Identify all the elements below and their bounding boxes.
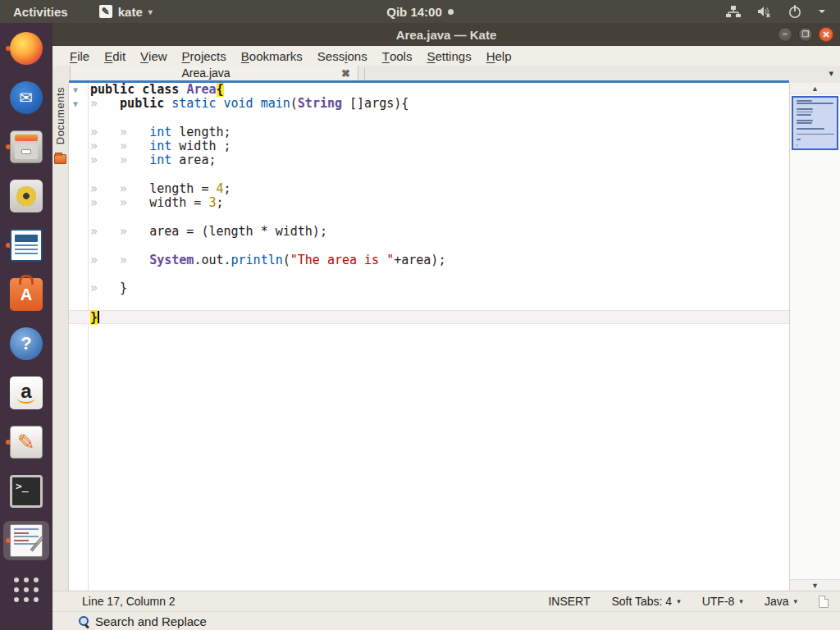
window-title: Area.java — Kate (396, 28, 497, 42)
documents-toolview-button[interactable]: Documents (54, 85, 66, 146)
chevron-down-icon: ▾ (739, 597, 743, 605)
minimap-line (797, 112, 813, 113)
close-button[interactable]: ✕ (819, 27, 833, 42)
code-token: ; (224, 181, 231, 196)
code-line: »»area = (length * width); (69, 225, 789, 239)
dock-item-show-applications[interactable] (3, 570, 49, 609)
search-replace-button[interactable]: Search and Replace (95, 614, 207, 628)
scroll-up-button[interactable]: ▲ (790, 83, 840, 94)
minimap-view-indicator[interactable] (792, 96, 838, 150)
ubuntu-dock: ✉A?a✎>_ (0, 23, 52, 630)
firefox-icon (10, 32, 43, 65)
code-line (69, 112, 789, 126)
code-token: []args){ (342, 96, 409, 111)
tab-area-java[interactable]: Area.java ✖ (70, 66, 358, 80)
menu-sessions[interactable]: Sessions (310, 46, 375, 66)
power-icon (788, 4, 802, 19)
dock-item-thunderbird[interactable]: ✉ (3, 78, 49, 117)
code-token: println (231, 253, 283, 267)
chevron-down-icon: ▾ (793, 597, 797, 605)
tab-marker: » (90, 153, 120, 167)
tab-marker: » (90, 225, 120, 239)
tab-close-icon[interactable]: ✖ (341, 67, 358, 80)
status-bar: Line 17, Column 2 INSERT Soft Tabs: 4 ▾ … (52, 591, 840, 611)
notification-dot-icon (448, 9, 454, 15)
minimap-line (797, 122, 812, 124)
thunderbird-icon: ✉ (10, 81, 43, 114)
code-token: } (90, 310, 98, 325)
code-line (69, 239, 789, 253)
icon-border (69, 139, 88, 153)
window-titlebar[interactable]: Area.java — Kate − ❐ ✕ (52, 23, 840, 46)
code-token (164, 96, 171, 111)
scroll-down-button[interactable]: ▼ (790, 579, 840, 591)
tab-label: Area.java (71, 66, 341, 80)
fold-marker-icon[interactable]: ▼ (69, 83, 88, 97)
dock-item-terminal[interactable]: >_ (3, 472, 49, 511)
code-token: System (149, 253, 194, 267)
files-icon (10, 130, 43, 163)
tab-mode-dropdown[interactable]: Soft Tabs: 4 ▾ (611, 595, 680, 608)
code-area[interactable]: ▼public class Area{▼»public static void … (69, 83, 789, 591)
insert-mode-label[interactable]: INSERT (548, 595, 590, 608)
dock-item-ubuntu-software[interactable]: A (3, 275, 49, 314)
fold-marker-icon[interactable]: ▼ (69, 97, 88, 111)
bottom-toolview-bar: Search and Replace (52, 611, 840, 630)
menu-settings[interactable]: Settings (419, 46, 478, 66)
dock-item-files[interactable] (3, 127, 49, 167)
clock-menu[interactable]: Qib 14:00 (386, 5, 454, 19)
icon-border (69, 267, 88, 281)
dock-item-rhythmbox[interactable] (3, 176, 49, 216)
code-token: 4 (216, 181, 223, 196)
system-status-area[interactable] (725, 0, 840, 23)
code-line: »»width = 3; (69, 196, 789, 210)
code-token: length = (149, 181, 216, 196)
menu-edit[interactable]: Edit (97, 46, 133, 66)
dock-item-libreoffice-writer[interactable] (3, 226, 49, 265)
code-token: ( (283, 253, 290, 267)
cursor-position-label[interactable]: Line 17, Column 2 (82, 595, 176, 608)
menu-help[interactable]: Help (479, 46, 519, 66)
app-indicator-label: kate (118, 5, 143, 19)
clock-label: Qib 14:00 (386, 5, 442, 19)
activities-button[interactable]: Activities (0, 0, 81, 23)
tab-marker: » (90, 281, 120, 295)
code-token: } (120, 281, 127, 295)
dock-item-firefox[interactable] (3, 29, 49, 68)
code-line: »»int width ; (69, 139, 789, 153)
tab-marker: » (90, 139, 120, 153)
language-dropdown[interactable]: Java ▾ (765, 595, 797, 608)
terminal-icon: >_ (10, 475, 43, 508)
document-list-caret-icon[interactable]: ▾ (829, 68, 833, 79)
icon-border (69, 295, 88, 309)
projects-folder-icon[interactable] (54, 154, 66, 164)
icon-border (69, 225, 88, 239)
menu-file[interactable]: File (62, 46, 97, 66)
scrollbar-minimap-column[interactable]: ▲ ▼ (789, 83, 840, 591)
dock-item-amazon[interactable]: a (3, 373, 49, 413)
left-toolview-bar: Documents (52, 83, 69, 591)
code-line: »»int length; (69, 126, 789, 139)
code-line (69, 267, 789, 281)
app-indicator-menu[interactable]: ✎ kate ▾ (91, 0, 161, 23)
code-line: »} (69, 281, 789, 295)
network-wired-icon (725, 5, 742, 18)
icon-border (69, 239, 88, 253)
code-token: Area (186, 83, 216, 97)
dock-item-text-editor[interactable]: ✎ (3, 422, 49, 462)
dock-item-help[interactable]: ? (3, 324, 49, 363)
minimize-button[interactable]: − (778, 27, 792, 42)
minimap-line (797, 120, 813, 121)
menu-view[interactable]: View (133, 46, 175, 66)
search-icon (79, 616, 89, 627)
encoding-dropdown[interactable]: UTF-8 ▾ (702, 595, 743, 608)
dock-item-kate[interactable] (3, 521, 49, 560)
code-token: static (171, 96, 216, 111)
code-token: public (120, 96, 164, 111)
tab-marker: » (90, 182, 120, 196)
maximize-button[interactable]: ❐ (798, 27, 813, 42)
menu-bookmarks[interactable]: Bookmarks (234, 46, 310, 66)
menu-projects[interactable]: Projects (175, 46, 234, 66)
menu-tools[interactable]: Tools (375, 46, 420, 66)
minimap-line (797, 103, 833, 104)
